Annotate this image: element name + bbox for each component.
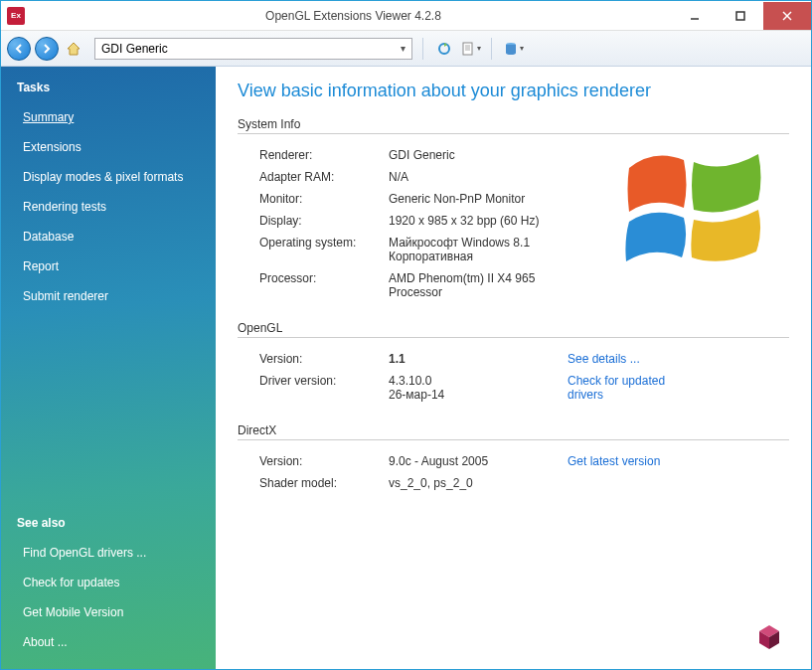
database-button[interactable]: ▾ — [502, 38, 524, 60]
sidebar-item-database[interactable]: Database — [1, 222, 216, 251]
separator — [422, 38, 423, 60]
driver-version-value: 4.3.10.0 26-мар-14 — [389, 374, 568, 402]
directx-header: DirectX — [238, 423, 789, 440]
sidebar-item-extensions[interactable]: Extensions — [1, 132, 216, 162]
opengl-group: OpenGL Version: 1.1 See details ... Driv… — [238, 321, 789, 406]
sidebar-item-mobile-version[interactable]: Get Mobile Version — [1, 597, 216, 627]
shader-model-label: Shader model: — [259, 476, 389, 490]
driver-version-row: Driver version: 4.3.10.0 26-мар-14 Check… — [238, 370, 789, 406]
display-value: 1920 x 985 x 32 bpp (60 Hz) — [389, 214, 568, 228]
gl-version-label: Version: — [259, 352, 389, 366]
check-drivers-link[interactable]: Check for updated drivers — [568, 374, 687, 402]
refresh-button[interactable] — [433, 38, 455, 60]
os-value: Майкрософт Windows 8.1 Корпоративная — [389, 236, 568, 263]
processor-label: Processor: — [259, 271, 389, 285]
sidebar-item-report[interactable]: Report — [1, 251, 216, 281]
monitor-value: Generic Non-PnP Monitor — [389, 192, 568, 206]
tasks-header: Tasks — [1, 73, 216, 102]
page-title: View basic information about your graphi… — [238, 81, 789, 101]
driver-version-label: Driver version: — [259, 374, 389, 388]
forward-button[interactable] — [35, 37, 59, 61]
separator — [491, 38, 492, 60]
directx-group: DirectX Version: 9.0c - August 2005 Get … — [238, 423, 789, 494]
window-controls — [672, 2, 811, 30]
renderer-value: GDI Generic — [389, 148, 568, 162]
display-label: Display: — [259, 214, 389, 228]
svg-rect-1 — [736, 12, 744, 20]
home-button[interactable] — [63, 38, 84, 60]
sidebar-item-find-drivers[interactable]: Find OpenGL drivers ... — [1, 538, 216, 568]
svg-rect-5 — [463, 43, 472, 55]
gl-version-row: Version: 1.1 See details ... — [238, 348, 789, 370]
cube-logo-icon — [755, 623, 783, 651]
dx-version-row: Version: 9.0c - August 2005 Get latest v… — [238, 450, 789, 472]
adapter-ram-label: Adapter RAM: — [259, 170, 389, 184]
see-details-link[interactable]: See details ... — [568, 352, 640, 366]
content-area: View basic information about your graphi… — [216, 67, 811, 669]
sidebar: Tasks Summary Extensions Display modes &… — [1, 67, 216, 669]
close-button[interactable] — [763, 2, 811, 30]
dx-version-value: 9.0c - August 2005 — [389, 454, 568, 468]
processor-value: AMD Phenom(tm) II X4 965 Processor — [389, 271, 568, 299]
sidebar-spacer — [1, 311, 216, 508]
seealso-header: See also — [1, 508, 216, 538]
app-window: Ex OpenGL Extensions Viewer 4.2.8 GDI Ge… — [0, 0, 812, 670]
back-button[interactable] — [7, 37, 31, 61]
get-latest-link[interactable]: Get latest version — [568, 454, 660, 468]
dx-version-label: Version: — [259, 454, 389, 468]
titlebar: Ex OpenGL Extensions Viewer 4.2.8 — [1, 1, 811, 31]
body-area: Tasks Summary Extensions Display modes &… — [1, 67, 811, 669]
window-title: OpenGL Extensions Viewer 4.2.8 — [35, 9, 672, 23]
minimize-button[interactable] — [672, 2, 718, 30]
processor-row: Processor: AMD Phenom(tm) II X4 965 Proc… — [238, 267, 789, 303]
app-icon: Ex — [7, 7, 25, 25]
gl-version-value: 1.1 — [389, 352, 568, 366]
opengl-header: OpenGL — [238, 321, 789, 338]
sidebar-item-display-modes[interactable]: Display modes & pixel formats — [1, 162, 216, 192]
sidebar-item-summary[interactable]: Summary — [1, 102, 216, 132]
shader-model-row: Shader model: vs_2_0, ps_2_0 — [238, 472, 789, 494]
renderer-select[interactable]: GDI Generic — [94, 38, 412, 60]
renderer-select-value: GDI Generic — [101, 42, 168, 56]
maximize-button[interactable] — [718, 2, 763, 30]
sidebar-item-check-updates[interactable]: Check for updates — [1, 568, 216, 597]
os-label: Operating system: — [259, 236, 389, 250]
shader-model-value: vs_2_0, ps_2_0 — [389, 476, 568, 490]
toolbar: GDI Generic ▾ ▾ — [1, 31, 811, 67]
document-button[interactable]: ▾ — [459, 38, 481, 60]
adapter-ram-value: N/A — [389, 170, 568, 184]
sidebar-item-submit-renderer[interactable]: Submit renderer — [1, 281, 216, 311]
sidebar-item-about[interactable]: About ... — [1, 627, 216, 657]
monitor-label: Monitor: — [259, 192, 389, 206]
renderer-label: Renderer: — [259, 148, 389, 162]
sidebar-item-rendering-tests[interactable]: Rendering tests — [1, 192, 216, 222]
windows-logo-icon — [614, 130, 783, 269]
